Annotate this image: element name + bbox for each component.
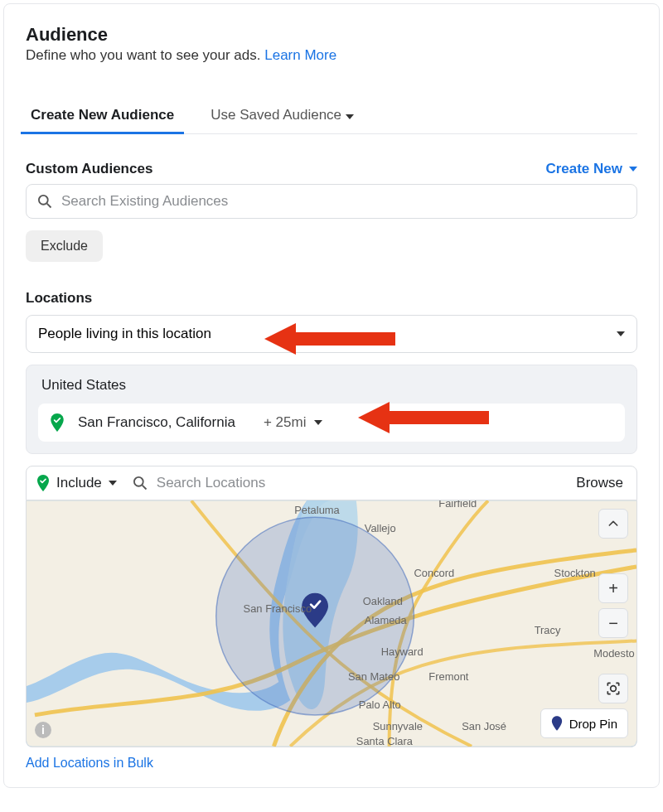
svg-text:Stockton: Stockton bbox=[554, 567, 596, 579]
chevron-up-icon bbox=[607, 517, 620, 530]
svg-text:Alameda: Alameda bbox=[365, 614, 408, 626]
chevron-down-icon bbox=[617, 331, 625, 336]
crosshair-icon bbox=[605, 680, 622, 697]
city-name: San Francisco, California bbox=[78, 414, 235, 431]
svg-text:Oakland: Oakland bbox=[363, 595, 403, 607]
svg-text:Hayward: Hayward bbox=[381, 645, 423, 658]
locations-label: Locations bbox=[26, 290, 637, 307]
svg-text:Santa Clara: Santa Clara bbox=[356, 735, 414, 747]
svg-point-25 bbox=[611, 686, 617, 692]
svg-text:Concord: Concord bbox=[414, 567, 454, 579]
create-new-audience-link[interactable]: Create New bbox=[545, 161, 637, 177]
map[interactable]: Petaluma Fairfield Vallejo Concord Stock… bbox=[26, 500, 637, 747]
svg-text:Petaluma: Petaluma bbox=[294, 504, 340, 516]
svg-line-5 bbox=[142, 486, 146, 490]
pin-icon bbox=[36, 475, 50, 491]
browse-link[interactable]: Browse bbox=[576, 475, 627, 491]
country-label: United States bbox=[38, 377, 625, 394]
map-collapse-button[interactable] bbox=[598, 509, 628, 539]
search-locations-row: Include Browse bbox=[26, 466, 637, 500]
selected-city-row[interactable]: San Francisco, California + 25mi bbox=[38, 404, 625, 442]
exclude-button[interactable]: Exclude bbox=[26, 230, 103, 262]
svg-text:San José: San José bbox=[462, 720, 506, 732]
chevron-down-icon bbox=[314, 420, 322, 425]
svg-text:Fremont: Fremont bbox=[428, 670, 468, 683]
svg-text:San Mateo: San Mateo bbox=[348, 670, 399, 683]
svg-line-1 bbox=[47, 204, 51, 208]
page-subtitle: Define who you want to see your ads. Lea… bbox=[26, 47, 637, 64]
include-dropdown[interactable]: Include bbox=[36, 475, 117, 491]
selected-locations-panel: United States San Francisco, California … bbox=[26, 365, 637, 454]
tab-use-saved-audience[interactable]: Use Saved Audience bbox=[206, 99, 359, 133]
recenter-button[interactable] bbox=[598, 674, 628, 703]
zoom-out-button[interactable]: − bbox=[598, 608, 628, 638]
page-title: Audience bbox=[26, 24, 637, 46]
search-locations-input[interactable] bbox=[157, 475, 568, 491]
map-controls: + − bbox=[598, 509, 628, 638]
search-icon bbox=[132, 475, 148, 491]
pin-icon bbox=[50, 413, 65, 432]
svg-text:Sunnyvale: Sunnyvale bbox=[373, 720, 423, 732]
custom-audiences-label: Custom Audiences bbox=[26, 161, 152, 177]
svg-text:Palo Alto: Palo Alto bbox=[359, 698, 401, 711]
search-icon bbox=[36, 193, 53, 210]
svg-text:Modesto: Modesto bbox=[593, 647, 635, 660]
svg-point-0 bbox=[39, 196, 48, 205]
svg-text:Tracy: Tracy bbox=[535, 624, 561, 636]
radius-selector[interactable]: + 25mi bbox=[264, 414, 323, 431]
tab-create-new-audience[interactable]: Create New Audience bbox=[26, 99, 179, 133]
chevron-down-icon bbox=[346, 114, 354, 119]
chevron-down-icon bbox=[109, 481, 117, 486]
minus-icon: − bbox=[608, 614, 618, 633]
svg-point-4 bbox=[134, 477, 143, 486]
svg-text:Vallejo: Vallejo bbox=[365, 522, 396, 534]
svg-text:Fairfield: Fairfield bbox=[438, 500, 477, 510]
tabs: Create New Audience Use Saved Audience bbox=[26, 99, 637, 134]
info-icon[interactable]: i bbox=[35, 722, 51, 738]
pin-icon bbox=[551, 716, 563, 731]
add-locations-bulk-link[interactable]: Add Locations in Bulk bbox=[26, 756, 637, 771]
chevron-down-icon bbox=[629, 167, 637, 172]
plus-icon: + bbox=[608, 579, 618, 598]
location-type-dropdown[interactable]: People living in this location bbox=[26, 315, 637, 353]
learn-more-link[interactable]: Learn More bbox=[264, 47, 336, 63]
zoom-in-button[interactable]: + bbox=[598, 573, 628, 603]
search-audiences-box[interactable] bbox=[26, 184, 637, 219]
search-audiences-input[interactable] bbox=[61, 193, 627, 210]
svg-text:San Francisco: San Francisco bbox=[244, 602, 312, 615]
drop-pin-button[interactable]: Drop Pin bbox=[540, 708, 628, 738]
